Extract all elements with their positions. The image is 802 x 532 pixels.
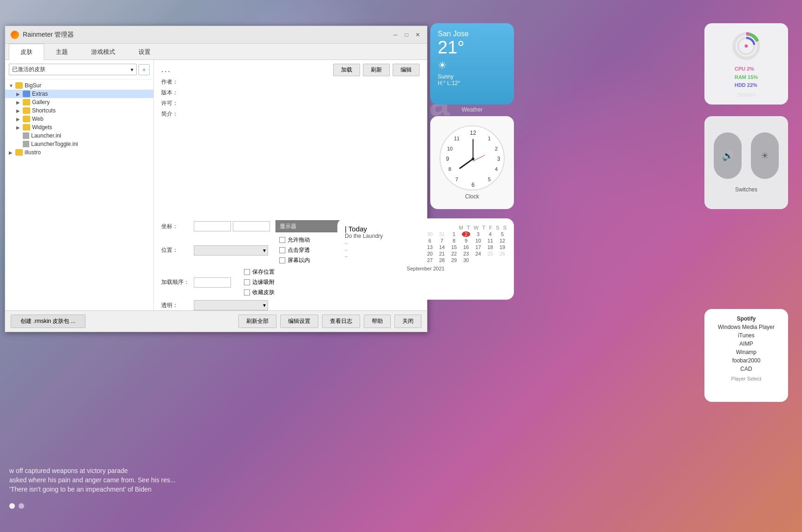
tree-item-extras[interactable]: ▶ Extras xyxy=(5,90,153,98)
system-text: CPU 2% RAM 15% HDD 22% xyxy=(735,65,758,90)
bottom-bar: 创建 .rmskin 皮肤包 ... 刷新全部 编辑设置 查看日志 帮助 关闭 xyxy=(5,310,427,332)
dots-indicator xyxy=(9,503,24,509)
maximize-button[interactable]: □ xyxy=(403,31,410,39)
folder-icon-shortcuts xyxy=(23,107,30,114)
tree-label-shortcuts: Shortcuts xyxy=(32,107,56,114)
edit-button[interactable]: 编辑 xyxy=(393,64,420,76)
folder-icon-bigsur xyxy=(15,82,23,89)
checkbox-screen-box[interactable] xyxy=(279,257,285,263)
player-aimp[interactable]: AIMP xyxy=(739,341,753,347)
close-button[interactable]: ✕ xyxy=(414,31,421,39)
folder-icon-illustro xyxy=(15,149,23,156)
dropdown-arrow-icon: ▾ xyxy=(131,66,133,73)
tree-label-illustro: illustro xyxy=(25,149,41,156)
tree-item-widgets[interactable]: ▶ Widgets xyxy=(5,123,153,131)
refresh-all-button[interactable]: 刷新全部 xyxy=(238,315,276,328)
svg-text:8: 8 xyxy=(448,166,451,172)
clock-svg: 12 3 6 9 1 2 4 5 7 8 10 11 xyxy=(440,126,506,191)
checkbox-edge-box[interactable] xyxy=(244,279,250,285)
switches-row: 🔊 ☀ xyxy=(714,132,779,179)
weather-hilo: H:° L:12° xyxy=(438,80,506,86)
checkbox-drag-box[interactable] xyxy=(279,237,285,243)
checkbox-group-1: 允许拖动 点击穿透 屏幕以内 xyxy=(279,236,310,264)
tree-label-bigsur: BigSur xyxy=(25,82,41,89)
coord-y-input[interactable] xyxy=(233,221,270,231)
create-skin-button[interactable]: 创建 .rmskin 皮肤包 ... xyxy=(11,315,85,328)
svg-text:12: 12 xyxy=(470,130,476,136)
info-desc: 简介： xyxy=(161,110,420,118)
clock-face: 12 3 6 9 1 2 4 5 7 8 10 11 xyxy=(440,125,505,190)
news-line-3: 'There isn't going to be an impeachment'… xyxy=(9,486,793,493)
title-bar: Rainmeter 管理器 ─ □ ✕ xyxy=(5,26,427,44)
checkbox-fav-box[interactable] xyxy=(244,289,250,296)
weather-city: San Jose xyxy=(438,30,506,38)
tree-item-web[interactable]: ▶ Web xyxy=(5,115,153,123)
folder-icon-widgets xyxy=(23,124,30,131)
help-button[interactable]: 帮助 xyxy=(364,315,391,328)
player-foobar[interactable]: foobar2000 xyxy=(732,357,761,364)
minimize-button[interactable]: ─ xyxy=(392,31,399,39)
tab-gamemode[interactable]: 游戏模式 xyxy=(79,44,127,60)
tree-item-shortcuts[interactable]: ▶ Shortcuts xyxy=(5,106,153,115)
tab-skin[interactable]: 皮肤 xyxy=(9,44,44,60)
player-itunes[interactable]: iTunes xyxy=(738,332,755,339)
cal-row-4: 20 21 22 23 24 25 26 xyxy=(417,251,506,256)
news-line-2: asked where his pain and anger came from… xyxy=(9,476,793,484)
svg-text:3: 3 xyxy=(497,156,500,162)
svg-text:6: 6 xyxy=(472,182,475,188)
author-label: 作者： xyxy=(161,78,187,86)
tree-item-launchertoggle[interactable]: ▶ LauncherToggle.ini xyxy=(5,140,153,148)
add-skin-button[interactable]: + xyxy=(138,64,150,75)
svg-text:4: 4 xyxy=(495,166,498,172)
player-winamp[interactable]: Winamp xyxy=(736,349,756,355)
edit-settings-button[interactable]: 编辑设置 xyxy=(280,315,318,328)
position-arrow-icon: ▾ xyxy=(263,247,266,254)
weather-temp: 21° xyxy=(438,38,506,58)
loadorder-input[interactable] xyxy=(194,277,231,288)
tab-theme[interactable]: 主题 xyxy=(44,44,79,60)
player-widget: Spotify Windows Media Player iTunes AIMP… xyxy=(704,309,788,402)
player-wmp[interactable]: Windows Media Player xyxy=(718,324,775,330)
checkbox-screen-bounds: 屏幕以内 xyxy=(279,256,310,264)
tree-arrow-gallery: ▶ xyxy=(16,100,23,105)
position-dropdown[interactable]: ▾ xyxy=(194,245,268,256)
cal-today-label: | Today xyxy=(345,225,410,233)
toolbar-row: 已激活的皮肤 ▾ + xyxy=(5,60,153,79)
tree-item-bigsur[interactable]: ▼ BigSur xyxy=(5,81,153,90)
opacity-arrow-icon: ▾ xyxy=(263,302,266,309)
clock-widget: 12 3 6 9 1 2 4 5 7 8 10 11 Clock xyxy=(430,116,514,209)
coord-x-input[interactable] xyxy=(194,221,231,231)
refresh-button[interactable]: 刷新 xyxy=(363,64,390,76)
system-label: System xyxy=(737,92,756,98)
player-label: Player Select xyxy=(731,376,762,381)
close-main-button[interactable]: 关闭 xyxy=(394,315,421,328)
volume-switch[interactable]: 🔊 xyxy=(714,132,742,179)
tree-item-illustro[interactable]: ▶ illustro xyxy=(5,148,153,157)
checkbox-click-through: 点击穿透 xyxy=(279,246,310,254)
player-spotify[interactable]: Spotify xyxy=(737,315,756,322)
tree-item-gallery[interactable]: ▶ Gallery xyxy=(5,98,153,106)
skin-dropdown[interactable]: 已激活的皮肤 ▾ xyxy=(9,64,137,75)
cal-row-1: 30 31 1 2 3 4 5 xyxy=(417,231,506,237)
player-cad[interactable]: CAD xyxy=(740,366,752,372)
switches-label: Switches xyxy=(735,186,757,193)
checkbox-favorite: 收藏皮肤 xyxy=(244,289,275,296)
cal-dash-2: – xyxy=(345,247,410,252)
brightness-switch[interactable]: ☀ xyxy=(751,132,779,179)
info-author: 作者： xyxy=(161,78,420,86)
info-license: 许可： xyxy=(161,99,420,107)
tree-item-launcher[interactable]: ▶ Launcher.ini xyxy=(5,131,153,140)
tab-settings[interactable]: 设置 xyxy=(127,44,162,60)
checkbox-click-box[interactable] xyxy=(279,247,285,253)
checkbox-allow-drag: 允许拖动 xyxy=(279,236,310,244)
cal-dash-3: – xyxy=(345,253,410,259)
svg-text:5: 5 xyxy=(488,177,491,182)
svg-text:7: 7 xyxy=(455,177,458,182)
opacity-dropdown[interactable]: ▾ xyxy=(194,300,268,310)
action-buttons: 加载 刷新 编辑 xyxy=(333,64,420,76)
view-log-button[interactable]: 查看日志 xyxy=(322,315,360,328)
folder-icon-extras xyxy=(23,91,30,97)
checkbox-save-box[interactable] xyxy=(244,269,250,275)
load-button[interactable]: 加载 xyxy=(333,64,360,76)
svg-text:1: 1 xyxy=(488,136,491,141)
